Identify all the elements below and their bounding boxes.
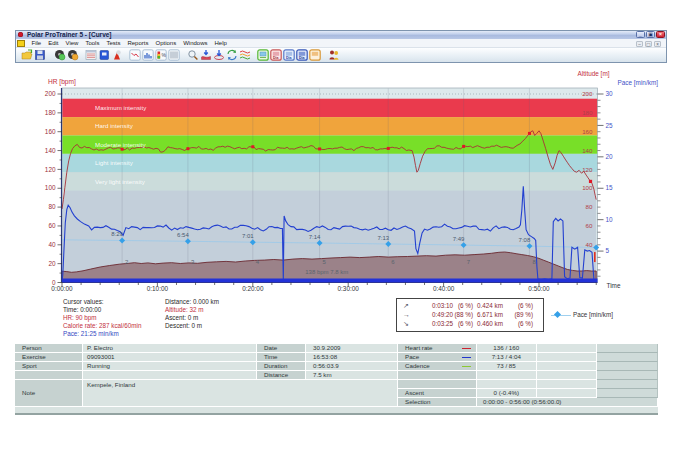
summary-extra-cell	[537, 362, 597, 371]
altitude-axis-title: Altitude [m]	[578, 70, 610, 78]
report-green-icon[interactable]	[257, 49, 269, 61]
y-tick-label: 20	[48, 260, 56, 267]
save-icon[interactable]	[34, 49, 46, 61]
y-tick-label: 80	[48, 203, 56, 210]
mdi-close-button[interactable]: ×	[654, 41, 661, 47]
cursor-pace: Pace: 21:25 min/km	[63, 330, 141, 338]
pace-tick-label: 25	[606, 122, 614, 129]
import-hrm-icon[interactable]	[213, 49, 225, 61]
title-bar[interactable]: Polar ProTrainer 5 - [Curve] _ ▣ ×	[15, 30, 667, 39]
disc-orange-icon[interactable]	[67, 49, 79, 61]
lap-hr-marker	[186, 147, 189, 150]
summary-label-cell-empty	[398, 380, 477, 389]
maximize-button[interactable]: ▣	[646, 31, 655, 38]
menu-windows[interactable]: Windows	[180, 39, 211, 47]
report-red-icon[interactable]: Dia	[270, 49, 282, 61]
mdi-child-icon	[17, 40, 25, 47]
chart-legend: Pace [min/km]	[549, 310, 667, 320]
y-tick-label: 40	[48, 241, 56, 248]
close-button[interactable]: ×	[656, 31, 665, 38]
summary-label-date: Date	[257, 344, 306, 353]
multi-curves-icon[interactable]	[239, 49, 251, 61]
menu-options[interactable]: Options	[152, 39, 180, 47]
x-tick-label: 0:40:00	[433, 285, 455, 292]
lap-hr-marker	[462, 145, 465, 148]
y-tick-label: 160	[45, 128, 56, 135]
mdi-control-buttons: – ▢ ×	[636, 41, 661, 47]
y-tick-label: 140	[45, 147, 56, 154]
chart-bar-icon[interactable]	[142, 49, 154, 61]
summary-value2-empty2	[477, 371, 537, 380]
lap-pace-label: 7:01	[242, 233, 254, 239]
summary-label-distance: Distance	[257, 371, 306, 380]
menu-bar: FileEditViewToolsTestsReportsOptionsWind…	[15, 39, 667, 48]
pace-tick-label: 5	[606, 247, 610, 254]
summary-label-cadence: Cadence	[398, 362, 477, 371]
summary-value-exercise: 09093001	[83, 353, 257, 362]
selection-distance: 6.671 km	[467, 310, 503, 319]
minimize-button[interactable]: _	[636, 31, 645, 38]
mdi-minimize-button[interactable]: –	[636, 41, 643, 47]
cadence-color-swatch	[462, 366, 471, 368]
people-icon[interactable]	[328, 49, 340, 61]
menu-tests[interactable]: Tests	[103, 39, 124, 47]
altitude-inside-label: 60	[586, 222, 593, 229]
selection-bar[interactable]	[62, 279, 598, 283]
summary-extra-cell	[597, 380, 659, 389]
y-tick-label: 100	[45, 184, 56, 191]
open-folder-icon[interactable]	[21, 49, 33, 61]
transfer-icon[interactable]	[226, 49, 238, 61]
mdi-restore-button[interactable]: ▢	[645, 41, 652, 47]
zone-label-moderate-intensity: Moderate intensity	[95, 141, 146, 148]
import-curve-icon[interactable]	[200, 49, 212, 61]
summary-value-empty	[83, 371, 257, 380]
altitude-inside-label: 180	[582, 109, 593, 116]
menu-file[interactable]: File	[28, 39, 45, 47]
flame-icon[interactable]	[111, 49, 123, 61]
toolbar: %DiaDiaDia	[15, 48, 667, 63]
menu-tools[interactable]: Tools	[82, 39, 103, 47]
menu-reports[interactable]: Reports	[124, 39, 152, 47]
window-control-buttons: _ ▣ ×	[636, 31, 665, 38]
zoom-icon[interactable]	[187, 49, 199, 61]
zone-band-light-intensity	[62, 154, 597, 172]
curve-chart[interactable]: 8:2926:5437:0147:1457:1367:4977:088138 b…	[15, 63, 667, 325]
cursor-ascent: Ascent: 0 m	[165, 314, 219, 322]
pace-axis-title: Pace [min/km]	[618, 79, 659, 87]
lap-pace-label: 7:13	[377, 235, 389, 241]
cursor-values-column-2: Distance: 0.000 kmAltitude: 32 mAscent: …	[165, 298, 219, 330]
cursor-time: Time: 0:00:00	[63, 306, 141, 314]
chart-table-icon[interactable]	[168, 49, 180, 61]
y-tick-label: 60	[48, 222, 56, 229]
summary-value-selection: 0:00:00 - 0:56:00 (0:56:00.0)	[477, 398, 658, 407]
summary-value-person: P. Electro	[83, 344, 257, 353]
table-bottom-border	[15, 413, 658, 415]
app-window: Polar ProTrainer 5 - [Curve] _ ▣ × FileE…	[15, 30, 667, 416]
menu-items: FileEditViewToolsTestsReportsOptionsWind…	[28, 39, 230, 47]
selection-stats-row-up: ↗0:03:10(6 %)0.424 km(6 %)	[397, 301, 543, 310]
menu-help[interactable]: Help	[211, 39, 230, 47]
summary-label-empty2	[398, 371, 477, 380]
menu-edit[interactable]: Edit	[45, 39, 62, 47]
report-blue-icon[interactable]: Dia	[283, 49, 295, 61]
summary-value-duration: 0:56:03.9	[306, 362, 398, 371]
menu-view[interactable]: View	[62, 39, 82, 47]
cursor-descent: Descent: 0 m	[165, 322, 219, 330]
y-tick-label: 200	[45, 90, 56, 97]
cursor-calorie-rate: Calorie rate: 287 kcal/60min	[63, 322, 141, 330]
report-orange-icon[interactable]	[309, 49, 321, 61]
chart-canvas[interactable]: 8:2926:5437:0147:1457:1367:4977:088138 b…	[15, 63, 667, 325]
report-navy-icon[interactable]: Dia	[296, 49, 308, 61]
legend-label: Pace [min/km]	[573, 310, 613, 320]
zone-label-light-intensity: Light intensity	[95, 159, 134, 166]
summary-label-heart rate: Heart rate	[398, 344, 477, 353]
lap-hr-marker	[121, 148, 124, 151]
diary-icon[interactable]	[98, 49, 110, 61]
calendar-icon[interactable]	[85, 49, 97, 61]
desktop: {"window":{"title":"Polar ProTrainer 5 -…	[0, 0, 681, 450]
cursor-cursor-values: Cursor values:	[63, 298, 141, 306]
altitude-inside-label: 100	[582, 184, 593, 191]
chart-zones-icon[interactable]: %	[155, 49, 167, 61]
disc-green-icon[interactable]	[54, 49, 66, 61]
chart-line-icon[interactable]	[129, 49, 141, 61]
